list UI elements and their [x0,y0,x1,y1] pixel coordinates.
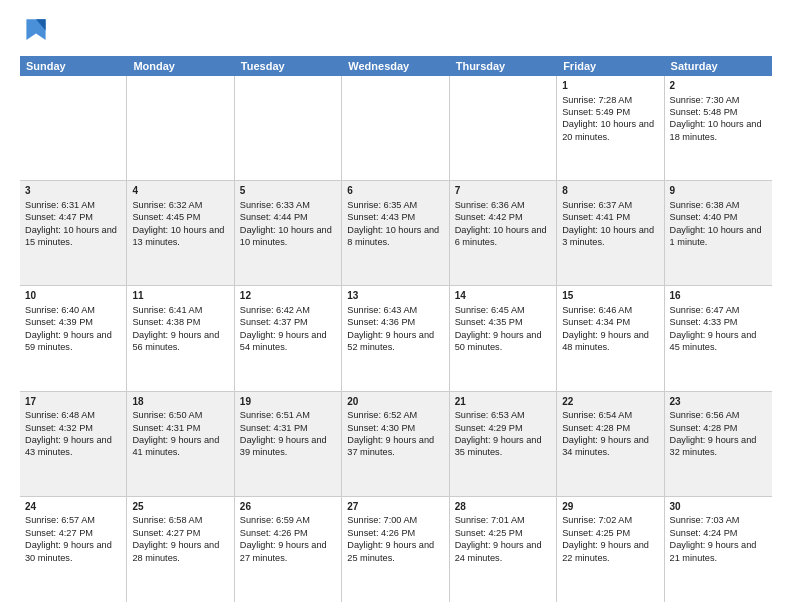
header-day-wednesday: Wednesday [342,56,449,76]
day-cell-22: 22Sunrise: 6:54 AM Sunset: 4:28 PM Dayli… [557,392,664,496]
day-info: Sunrise: 6:48 AM Sunset: 4:32 PM Dayligh… [25,409,121,459]
week-row-2: 3Sunrise: 6:31 AM Sunset: 4:47 PM Daylig… [20,181,772,286]
day-number: 10 [25,289,121,303]
header-day-thursday: Thursday [450,56,557,76]
day-number: 23 [670,395,767,409]
day-number: 5 [240,184,336,198]
empty-cell [235,76,342,180]
empty-cell [127,76,234,180]
day-info: Sunrise: 7:01 AM Sunset: 4:25 PM Dayligh… [455,514,551,564]
day-cell-27: 27Sunrise: 7:00 AM Sunset: 4:26 PM Dayli… [342,497,449,602]
day-number: 29 [562,500,658,514]
logo [20,16,58,48]
day-cell-17: 17Sunrise: 6:48 AM Sunset: 4:32 PM Dayli… [20,392,127,496]
day-number: 4 [132,184,228,198]
day-cell-3: 3Sunrise: 6:31 AM Sunset: 4:47 PM Daylig… [20,181,127,285]
day-cell-20: 20Sunrise: 6:52 AM Sunset: 4:30 PM Dayli… [342,392,449,496]
day-number: 7 [455,184,551,198]
calendar-header: SundayMondayTuesdayWednesdayThursdayFrid… [20,56,772,76]
header-day-tuesday: Tuesday [235,56,342,76]
day-info: Sunrise: 7:03 AM Sunset: 4:24 PM Dayligh… [670,514,767,564]
day-number: 1 [562,79,658,93]
day-cell-10: 10Sunrise: 6:40 AM Sunset: 4:39 PM Dayli… [20,286,127,390]
day-info: Sunrise: 6:56 AM Sunset: 4:28 PM Dayligh… [670,409,767,459]
day-info: Sunrise: 7:00 AM Sunset: 4:26 PM Dayligh… [347,514,443,564]
empty-cell [450,76,557,180]
day-cell-5: 5Sunrise: 6:33 AM Sunset: 4:44 PM Daylig… [235,181,342,285]
empty-cell [20,76,127,180]
day-info: Sunrise: 6:31 AM Sunset: 4:47 PM Dayligh… [25,199,121,249]
day-info: Sunrise: 6:42 AM Sunset: 4:37 PM Dayligh… [240,304,336,354]
day-number: 27 [347,500,443,514]
day-cell-8: 8Sunrise: 6:37 AM Sunset: 4:41 PM Daylig… [557,181,664,285]
day-number: 26 [240,500,336,514]
day-cell-9: 9Sunrise: 6:38 AM Sunset: 4:40 PM Daylig… [665,181,772,285]
day-info: Sunrise: 6:53 AM Sunset: 4:29 PM Dayligh… [455,409,551,459]
day-cell-25: 25Sunrise: 6:58 AM Sunset: 4:27 PM Dayli… [127,497,234,602]
day-number: 8 [562,184,658,198]
week-row-3: 10Sunrise: 6:40 AM Sunset: 4:39 PM Dayli… [20,286,772,391]
week-row-5: 24Sunrise: 6:57 AM Sunset: 4:27 PM Dayli… [20,497,772,602]
day-number: 11 [132,289,228,303]
day-info: Sunrise: 6:36 AM Sunset: 4:42 PM Dayligh… [455,199,551,249]
calendar-body: 1Sunrise: 7:28 AM Sunset: 5:49 PM Daylig… [20,76,772,602]
day-cell-24: 24Sunrise: 6:57 AM Sunset: 4:27 PM Dayli… [20,497,127,602]
day-info: Sunrise: 6:40 AM Sunset: 4:39 PM Dayligh… [25,304,121,354]
header-day-monday: Monday [127,56,234,76]
day-number: 3 [25,184,121,198]
day-cell-21: 21Sunrise: 6:53 AM Sunset: 4:29 PM Dayli… [450,392,557,496]
day-info: Sunrise: 6:41 AM Sunset: 4:38 PM Dayligh… [132,304,228,354]
day-info: Sunrise: 6:57 AM Sunset: 4:27 PM Dayligh… [25,514,121,564]
day-number: 19 [240,395,336,409]
day-info: Sunrise: 6:52 AM Sunset: 4:30 PM Dayligh… [347,409,443,459]
day-info: Sunrise: 6:46 AM Sunset: 4:34 PM Dayligh… [562,304,658,354]
day-number: 20 [347,395,443,409]
page: SundayMondayTuesdayWednesdayThursdayFrid… [0,0,792,612]
day-number: 21 [455,395,551,409]
day-cell-18: 18Sunrise: 6:50 AM Sunset: 4:31 PM Dayli… [127,392,234,496]
day-info: Sunrise: 6:50 AM Sunset: 4:31 PM Dayligh… [132,409,228,459]
day-info: Sunrise: 6:43 AM Sunset: 4:36 PM Dayligh… [347,304,443,354]
day-cell-4: 4Sunrise: 6:32 AM Sunset: 4:45 PM Daylig… [127,181,234,285]
day-info: Sunrise: 6:35 AM Sunset: 4:43 PM Dayligh… [347,199,443,249]
day-info: Sunrise: 7:02 AM Sunset: 4:25 PM Dayligh… [562,514,658,564]
day-number: 12 [240,289,336,303]
day-info: Sunrise: 6:47 AM Sunset: 4:33 PM Dayligh… [670,304,767,354]
day-cell-13: 13Sunrise: 6:43 AM Sunset: 4:36 PM Dayli… [342,286,449,390]
header-day-saturday: Saturday [665,56,772,76]
day-number: 14 [455,289,551,303]
day-number: 18 [132,395,228,409]
day-info: Sunrise: 6:45 AM Sunset: 4:35 PM Dayligh… [455,304,551,354]
day-cell-28: 28Sunrise: 7:01 AM Sunset: 4:25 PM Dayli… [450,497,557,602]
day-cell-30: 30Sunrise: 7:03 AM Sunset: 4:24 PM Dayli… [665,497,772,602]
day-cell-7: 7Sunrise: 6:36 AM Sunset: 4:42 PM Daylig… [450,181,557,285]
day-info: Sunrise: 7:28 AM Sunset: 5:49 PM Dayligh… [562,94,658,144]
day-cell-6: 6Sunrise: 6:35 AM Sunset: 4:43 PM Daylig… [342,181,449,285]
day-info: Sunrise: 6:54 AM Sunset: 4:28 PM Dayligh… [562,409,658,459]
day-cell-11: 11Sunrise: 6:41 AM Sunset: 4:38 PM Dayli… [127,286,234,390]
day-number: 16 [670,289,767,303]
day-number: 2 [670,79,767,93]
day-info: Sunrise: 7:30 AM Sunset: 5:48 PM Dayligh… [670,94,767,144]
day-cell-14: 14Sunrise: 6:45 AM Sunset: 4:35 PM Dayli… [450,286,557,390]
day-number: 24 [25,500,121,514]
day-number: 22 [562,395,658,409]
day-cell-1: 1Sunrise: 7:28 AM Sunset: 5:49 PM Daylig… [557,76,664,180]
day-number: 15 [562,289,658,303]
day-info: Sunrise: 6:51 AM Sunset: 4:31 PM Dayligh… [240,409,336,459]
day-number: 25 [132,500,228,514]
week-row-1: 1Sunrise: 7:28 AM Sunset: 5:49 PM Daylig… [20,76,772,181]
day-cell-23: 23Sunrise: 6:56 AM Sunset: 4:28 PM Dayli… [665,392,772,496]
day-number: 6 [347,184,443,198]
calendar: SundayMondayTuesdayWednesdayThursdayFrid… [20,56,772,602]
header [20,16,772,48]
day-cell-2: 2Sunrise: 7:30 AM Sunset: 5:48 PM Daylig… [665,76,772,180]
day-number: 17 [25,395,121,409]
header-day-sunday: Sunday [20,56,127,76]
day-cell-16: 16Sunrise: 6:47 AM Sunset: 4:33 PM Dayli… [665,286,772,390]
day-cell-29: 29Sunrise: 7:02 AM Sunset: 4:25 PM Dayli… [557,497,664,602]
day-info: Sunrise: 6:33 AM Sunset: 4:44 PM Dayligh… [240,199,336,249]
week-row-4: 17Sunrise: 6:48 AM Sunset: 4:32 PM Dayli… [20,392,772,497]
day-number: 30 [670,500,767,514]
day-info: Sunrise: 6:37 AM Sunset: 4:41 PM Dayligh… [562,199,658,249]
